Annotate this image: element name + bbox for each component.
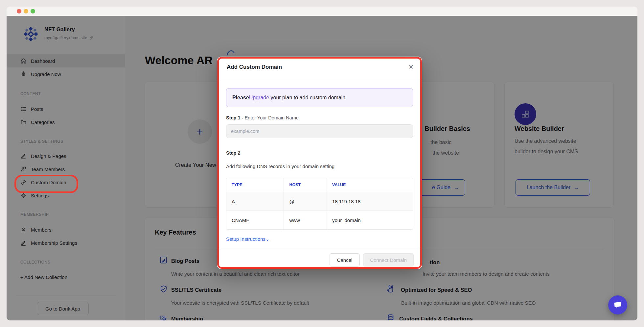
connect-domain-button[interactable]: Connect Domain: [363, 253, 414, 266]
dns-table-header-row: TYPE HOST VALUE: [226, 178, 413, 192]
dns-header-host: HOST: [284, 178, 327, 192]
upgrade-link[interactable]: Upgrade: [249, 95, 269, 101]
modal-footer-divider: [217, 249, 422, 249]
dns-table-row-a: A @ 18.119.18.18: [226, 192, 413, 211]
modal-header-divider: [217, 79, 422, 79]
chevron-down-icon: ⌄: [265, 236, 270, 242]
upgrade-notice: Please Upgrade your plan to add custom d…: [226, 88, 413, 107]
close-icon[interactable]: ✕: [408, 63, 414, 71]
traffic-light-close[interactable]: [17, 9, 21, 13]
traffic-light-minimize[interactable]: [24, 9, 28, 13]
cancel-button[interactable]: Cancel: [330, 253, 360, 266]
chat-widget-button[interactable]: [608, 295, 627, 314]
setup-instructions-link[interactable]: Setup Instructions⌄: [226, 236, 270, 242]
chat-bubble-icon: [613, 300, 623, 310]
step2-instruction: Add following DNS records in your domain…: [226, 164, 334, 169]
step2-label: Step 2: [226, 150, 241, 156]
add-custom-domain-modal: Add Custom Domain ✕ Please Upgrade your …: [217, 57, 422, 269]
dns-records-table: TYPE HOST VALUE A @ 18.119.18.18 CNAME w…: [226, 178, 413, 230]
screen: NFT Gallery mynftgalllery.dcms.site Dash…: [0, 0, 644, 327]
step1-label: Step 1 - Enter Your Domain Name: [226, 115, 299, 120]
traffic-light-zoom[interactable]: [31, 9, 35, 13]
dns-header-type: TYPE: [226, 178, 284, 192]
modal-title: Add Custom Domain: [227, 64, 282, 70]
window-titlebar: [7, 7, 637, 16]
dns-table-row-cname: CNAME www your_domain: [226, 211, 413, 229]
domain-input[interactable]: [226, 124, 413, 138]
dns-header-value: VALUE: [327, 178, 413, 192]
